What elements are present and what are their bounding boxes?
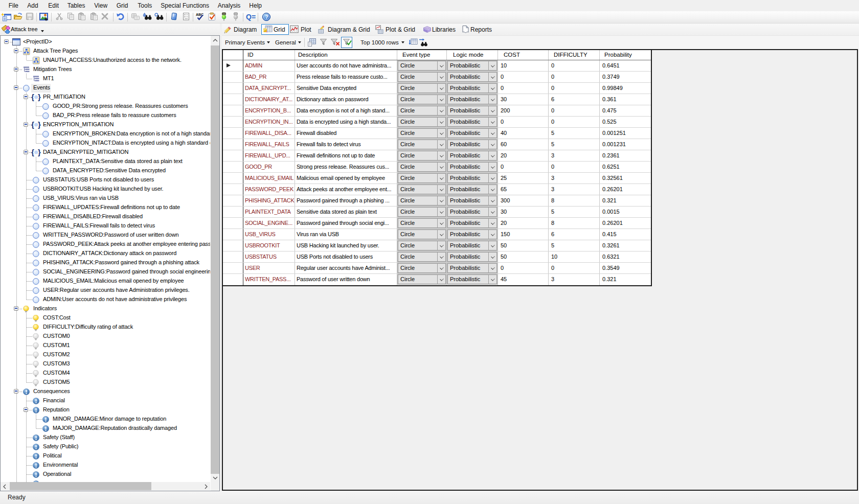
svg-text:{: {: [31, 148, 34, 156]
svg-text:?: ?: [265, 14, 268, 20]
svg-text:}: }: [38, 93, 41, 101]
svg-text:}: }: [38, 121, 41, 129]
svg-text:{: {: [31, 121, 34, 129]
svg-text:}: }: [38, 148, 41, 156]
svg-text:{: {: [31, 93, 34, 101]
